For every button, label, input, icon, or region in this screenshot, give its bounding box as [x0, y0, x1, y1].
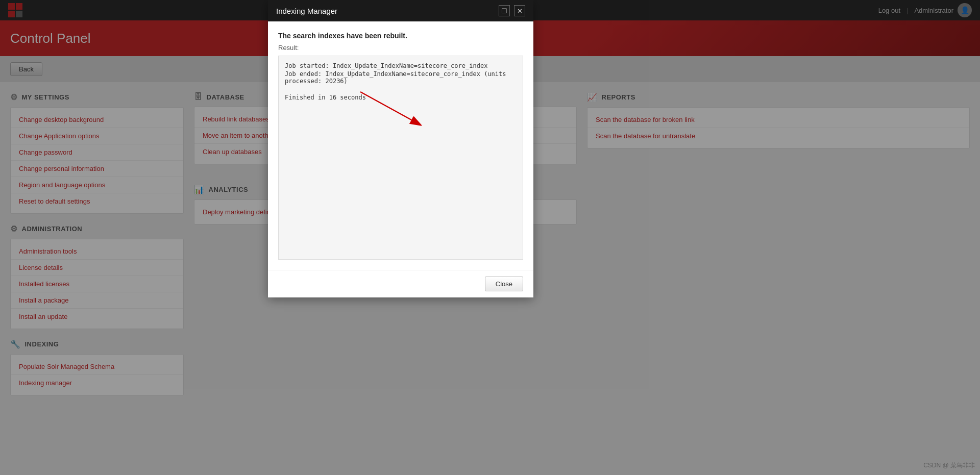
red-arrow — [355, 87, 422, 128]
svg-line-1 — [360, 92, 411, 120]
modal-title: Indexing Manager — [276, 7, 337, 15]
log-line-1: Job started: Index_Update_IndexName=site… — [285, 62, 517, 69]
modal-controls: ☐ ✕ — [499, 5, 525, 16]
modal-result-label: Result: — [278, 44, 523, 52]
log-line-2: Job ended: Index_Update_IndexName=siteco… — [285, 70, 517, 85]
modal-footer: Close — [268, 270, 533, 297]
modal-close-btn[interactable]: Close — [485, 277, 523, 291]
modal-overlay: Indexing Manager ☐ ✕ The search indexes … — [0, 0, 980, 475]
modal-log: Job started: Index_Update_IndexName=site… — [278, 56, 523, 260]
modal-message: The search indexes have been rebuilt. — [278, 32, 523, 40]
indexing-manager-modal: Indexing Manager ☐ ✕ The search indexes … — [268, 0, 533, 297]
modal-restore-button[interactable]: ☐ — [499, 5, 510, 16]
modal-close-button[interactable]: ✕ — [514, 5, 525, 16]
modal-body: The search indexes have been rebuilt. Re… — [268, 21, 533, 270]
modal-titlebar: Indexing Manager ☐ ✕ — [268, 0, 533, 21]
